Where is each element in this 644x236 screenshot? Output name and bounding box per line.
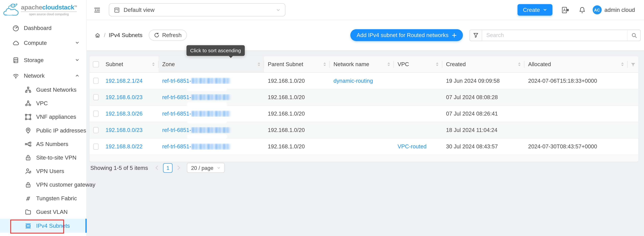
network-icon: [12, 72, 19, 79]
page-number-button[interactable]: 1: [163, 163, 173, 173]
table-header-row: SubnetZoneParent SubnetNetwork nameVPCCr…: [90, 56, 638, 73]
user-avatar[interactable]: AC: [592, 6, 602, 14]
sidebar-item-vnf-appliances[interactable]: VNF appliances: [0, 110, 86, 124]
subnet-link[interactable]: 192.168.2.1/24: [106, 78, 142, 84]
top-header-bar: Default view Create A: [86, 0, 644, 20]
parent-subnet-cell: 192.168.1.0/20: [264, 94, 330, 100]
menu-fold-icon[interactable]: [94, 7, 100, 13]
sidebar-item-label: Guest VLAN: [36, 209, 68, 215]
table-row: 192.168.3.0/26ref-trl-6851-192.168.1.0/2…: [90, 106, 638, 122]
sort-carets-icon[interactable]: [435, 62, 439, 67]
search-input[interactable]: [482, 30, 627, 41]
sort-carets-icon[interactable]: [152, 62, 155, 67]
prev-page-icon[interactable]: [155, 165, 159, 170]
sidebar-item-tungsten-fabric[interactable]: #Tungsten Fabric: [0, 192, 86, 205]
site-to-site-vpn-icon: [25, 154, 32, 161]
subnet-link[interactable]: 192.168.8.0/22: [106, 143, 142, 150]
app-window: apachecloudstackTM open source cloud com…: [0, 0, 644, 236]
home-icon[interactable]: [94, 32, 100, 38]
sidebar-item-network[interactable]: Network: [0, 68, 86, 83]
row-checkbox-cell: [90, 111, 102, 117]
search-icon[interactable]: [627, 30, 640, 41]
add-ipv4-subnet-button[interactable]: Add IPv4 subnet for Routed networks: [350, 29, 463, 41]
sidebar-item-vpn-users[interactable]: VPN Users: [0, 164, 86, 178]
zone-link[interactable]: ref-trl-6851-: [162, 111, 191, 117]
subnet-link[interactable]: 192.168.0.0/23: [106, 127, 142, 133]
column-header-allocated[interactable]: Allocated: [524, 56, 628, 72]
zone-link[interactable]: ref-trl-6851-: [162, 127, 191, 133]
select-all-checkbox[interactable]: [92, 61, 99, 67]
as-numbers-icon: [25, 141, 32, 147]
refresh-button[interactable]: Refresh: [148, 30, 187, 41]
sort-carets-icon[interactable]: [518, 62, 521, 67]
cloudstack-mascot-icon: [3, 3, 19, 17]
view-select[interactable]: Default view: [109, 3, 286, 17]
storage-icon: [12, 57, 19, 63]
table-row: 192.168.2.1/24ref-trl-6851-192.168.1.0/2…: [90, 73, 638, 89]
row-checkbox[interactable]: [93, 111, 99, 117]
column-header-network-name[interactable]: Network name: [330, 56, 394, 72]
main-area: Default view Create A: [86, 0, 644, 236]
chevron-down-icon: [217, 166, 220, 170]
column-filter-cell[interactable]: [628, 56, 638, 72]
sidebar-item-guest-networks[interactable]: Guest Networks: [0, 83, 86, 97]
zone-link[interactable]: ref-trl-6851-: [162, 94, 191, 100]
translate-icon[interactable]: A: [561, 6, 569, 14]
sidebar-item-compute[interactable]: Compute: [0, 35, 86, 50]
redacted-zone-text: [192, 78, 231, 84]
column-header-zone[interactable]: Zone: [158, 56, 264, 72]
sort-tooltip: Click to sort ascending: [186, 45, 244, 56]
user-name[interactable]: admin cloud: [604, 7, 635, 13]
breadcrumb-current: IPv4 Subnets: [109, 32, 142, 38]
public-ip-icon: [25, 127, 32, 134]
notifications-bell-icon[interactable]: [578, 7, 586, 13]
page-size-select[interactable]: 20 / page: [187, 163, 224, 173]
row-checkbox[interactable]: [93, 127, 99, 133]
sidebar-item-site-to-site-vpn[interactable]: Site-to-site VPN: [0, 151, 86, 164]
sidebar-item-label: Compute: [24, 40, 47, 46]
sidebar-item-storage[interactable]: Storage: [0, 53, 86, 67]
sidebar-item-ipv4-subnets[interactable]: IPv4 Subnets: [0, 219, 86, 233]
content-area: SubnetZoneParent SubnetNetwork nameVPCCr…: [86, 50, 644, 236]
sidebar-item-label: Dashboard: [24, 25, 52, 31]
parent-subnet-cell: 192.168.1.0/20: [264, 143, 330, 150]
chevron-down-icon: [276, 8, 280, 12]
sidebar-item-public-ip-addresses[interactable]: Public IP addresses: [0, 124, 86, 137]
column-header-created[interactable]: Created: [442, 56, 524, 72]
zone-cell: ref-trl-6851-: [158, 78, 264, 84]
redacted-zone-text: [192, 127, 231, 133]
sidebar-item-vpc[interactable]: VPC: [0, 97, 86, 110]
sort-carets-icon[interactable]: [323, 62, 326, 67]
subnet-link[interactable]: 192.168.3.0/26: [106, 111, 142, 117]
sort-carets-icon[interactable]: [387, 62, 391, 67]
redacted-zone-text: [192, 111, 231, 117]
sidebar-item-label: Guest Networks: [36, 87, 76, 93]
sidebar-item-as-numbers[interactable]: AS Numbers: [0, 137, 86, 151]
vpn-users-icon: [25, 168, 32, 175]
filter-funnel-icon[interactable]: [470, 30, 482, 41]
sidebar-item-vpn-customer-gateway[interactable]: VPN customer gateway: [0, 178, 86, 191]
row-checkbox[interactable]: [93, 94, 99, 100]
sort-carets-icon[interactable]: [620, 62, 624, 67]
cloudstack-logo[interactable]: apachecloudstackTM open source cloud com…: [0, 0, 86, 20]
network-name-link[interactable]: dynamic-routing: [334, 78, 373, 84]
row-checkbox[interactable]: [93, 143, 99, 150]
vpc-link[interactable]: VPC-routed: [398, 143, 426, 150]
sidebar-item-dashboard[interactable]: Dashboard: [0, 21, 86, 35]
row-checkbox[interactable]: [93, 78, 99, 84]
row-checkbox-cell: [90, 127, 102, 133]
zone-link[interactable]: ref-trl-6851-: [162, 78, 191, 84]
column-header-subnet[interactable]: Subnet: [102, 56, 158, 72]
column-header-parent-subnet[interactable]: Parent Subnet: [264, 56, 330, 72]
sidebar-item-guest-vlan[interactable]: Guest VLAN: [0, 205, 86, 219]
create-button[interactable]: Create: [518, 4, 552, 16]
column-header-vpc[interactable]: VPC: [394, 56, 442, 72]
sidebar: apachecloudstackTM open source cloud com…: [0, 0, 87, 236]
zone-link[interactable]: ref-trl-6851-: [162, 143, 191, 150]
search-box: [470, 30, 641, 41]
next-page-icon[interactable]: [177, 165, 181, 170]
column-header-label: Created: [446, 61, 516, 67]
sort-carets-icon[interactable]: [257, 62, 261, 67]
svg-text:A: A: [563, 8, 566, 12]
subnet-link[interactable]: 192.168.6.0/23: [106, 94, 142, 100]
